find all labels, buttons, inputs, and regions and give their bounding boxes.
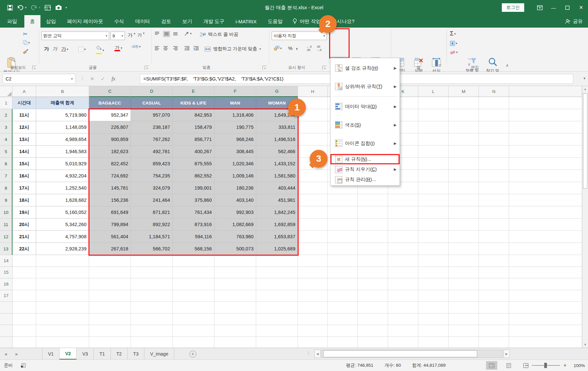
new-sheet-button[interactable]: + [189,351,196,358]
cell[interactable] [509,302,582,313]
cell-total[interactable]: 1,252,540 [36,182,89,194]
cell-value[interactable]: 238,187 [131,121,173,133]
cell[interactable] [131,325,173,337]
cell-time[interactable]: 17시 [12,182,36,194]
menu-item-clear-rules[interactable]: 규칙 지우기(C)▶ [331,164,400,174]
align-right-button[interactable] [173,46,178,50]
cell[interactable] [89,255,131,267]
cell[interactable] [358,194,388,206]
cell-value[interactable]: 871,821 [131,206,173,219]
cell[interactable] [449,337,479,348]
cell-total[interactable]: 2,928,239 [36,243,89,255]
cell[interactable] [509,158,582,170]
cell[interactable] [173,313,214,325]
cell-value[interactable]: 562,466 [256,146,298,158]
cell[interactable] [214,290,256,302]
cell-value[interactable]: 561,404 [89,231,131,243]
cell[interactable] [388,243,418,255]
cell[interactable] [509,182,582,194]
orientation-button[interactable]: ▾ [184,31,192,36]
cell[interactable] [328,337,358,348]
cell-time[interactable]: 13시 [12,133,36,146]
accounting-format-button[interactable]: ▾ [274,45,282,51]
row-number-8[interactable]: 8 [0,182,12,194]
tab-file[interactable]: 파일 [0,15,24,28]
merge-center-button[interactable]: 병합하고 가운데 맞춤 ▾ [205,46,261,52]
cell[interactable] [214,325,256,337]
font-size-combo[interactable]: 9▾ [110,32,125,40]
cell[interactable] [298,325,328,337]
cell[interactable] [418,182,449,194]
cell[interactable] [418,313,449,325]
cell-total[interactable]: 1,946,583 [36,146,89,158]
cell[interactable] [36,255,89,267]
cell[interactable] [256,313,298,325]
cell[interactable] [358,278,388,290]
cell[interactable] [418,243,449,255]
align-center-button[interactable] [163,46,168,50]
cell[interactable] [214,302,256,313]
cell[interactable] [479,206,509,219]
cell[interactable] [89,337,131,348]
cell[interactable] [12,325,36,337]
cell[interactable] [509,206,582,219]
clipboard-dialog-launcher[interactable]: ↘ [32,66,37,70]
cell[interactable] [12,267,36,279]
zoom-slider[interactable] [532,365,560,366]
cell[interactable] [89,290,131,302]
cell[interactable] [509,267,582,279]
view-page-layout-button[interactable] [503,361,514,370]
borders-button[interactable]: ▾ [78,47,86,52]
menu-item-manage-rules[interactable]: 규칙 관리(R)... [331,174,400,185]
cell[interactable] [418,267,449,279]
sheet-tab-V1[interactable]: V1 [42,348,60,360]
cell-value[interactable]: 767,262 [131,133,173,146]
cell[interactable] [449,97,479,109]
font-color-button[interactable]: 가▾ [114,45,122,51]
cell[interactable] [479,170,509,182]
cell[interactable] [328,206,358,219]
sheet-nav-left-icon[interactable]: ◀ [0,348,11,360]
autosum-button[interactable]: Σ▾ [450,30,456,37]
cell[interactable] [509,146,582,158]
cell[interactable] [479,194,509,206]
ribbon-tab-8[interactable]: i-MATRIX [230,15,262,28]
cell[interactable] [509,133,582,146]
cell-value[interactable]: 1,842,245 [256,206,298,219]
cell-value[interactable]: 190,775 [214,121,256,133]
login-button[interactable]: 로그인 [502,3,525,12]
cell[interactable] [449,146,479,158]
cell-value[interactable]: 1,433,152 [256,158,298,170]
cell[interactable] [479,109,509,121]
cell[interactable] [358,325,388,337]
cell[interactable] [89,302,131,313]
cell-value[interactable]: 267,618 [89,243,131,255]
cell[interactable] [418,109,449,121]
cell[interactable] [479,255,509,267]
cell[interactable] [36,267,89,279]
align-left-button[interactable] [155,46,159,50]
cell[interactable] [89,325,131,337]
cell[interactable] [449,255,479,267]
cell[interactable] [358,302,388,313]
minimize-button[interactable]: — [547,0,560,15]
zoom-out-button[interactable]: − [526,362,528,368]
cell[interactable] [298,313,328,325]
horizontal-scroll-thumb[interactable] [323,350,477,357]
cell[interactable] [214,313,256,325]
cell[interactable] [36,325,89,337]
cell-value[interactable]: 158,479 [173,121,214,133]
cell[interactable] [36,278,89,290]
expand-formula-bar-icon[interactable]: ▾ [583,76,585,81]
cell-time[interactable]: 21시 [12,231,36,243]
cell[interactable] [418,146,449,158]
cell[interactable] [418,302,449,313]
cell[interactable] [509,219,582,231]
cell-value[interactable]: 199,001 [173,182,214,194]
row-number-blank[interactable] [0,337,12,348]
cell[interactable] [328,290,358,302]
ribbon-tab-3[interactable]: 수식 [109,15,130,28]
decrease-decimal-button[interactable]: .00→.0 [316,45,322,52]
macro-record-icon[interactable] [21,363,26,368]
cell[interactable] [298,219,328,231]
